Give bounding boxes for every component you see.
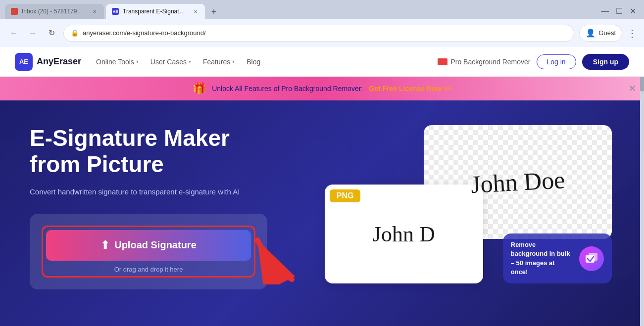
back-button[interactable]: ← xyxy=(7,26,21,40)
signature-original-card: PNG John D xyxy=(325,185,483,283)
login-button[interactable]: Log in xyxy=(537,54,576,69)
nav-features[interactable]: Features ▾ xyxy=(203,58,235,66)
signature-demo: John Doe PNG John D Remove background in… xyxy=(325,125,612,283)
tab-gmail-close[interactable]: ✕ xyxy=(91,8,98,15)
pro-icon xyxy=(438,58,447,65)
tab-anyeraser[interactable]: AE Transparent E-Signature Mak… ✕ xyxy=(106,4,205,19)
tab-anyeraser-close[interactable]: ✕ xyxy=(192,8,199,15)
hero-section: E-Signature Maker from Picture Convert h… xyxy=(0,100,644,326)
address-text: anyeraser.com/e-signature-no-background/ xyxy=(83,29,567,37)
address-bar[interactable]: 🔒 anyeraser.com/e-signature-no-backgroun… xyxy=(63,25,574,42)
logo-icon: AE xyxy=(15,53,33,71)
bulk-remove-text: Remove background in bulk – 50 images at… xyxy=(511,240,573,277)
nav-user-cases[interactable]: User Cases ▾ xyxy=(150,58,191,66)
signup-button[interactable]: Sign up xyxy=(582,54,629,70)
maximize-button[interactable]: ☐ xyxy=(616,6,623,16)
drag-drop-text: Or drag and drop it here xyxy=(46,266,251,273)
scrollbar[interactable] xyxy=(640,47,644,326)
profile-icon: 👤 xyxy=(586,28,595,38)
tab-gmail[interactable]: Inbox (20) - 578117992wtt@ ✕ xyxy=(5,4,104,19)
banner-cta-link[interactable]: Get Free License Now >> xyxy=(369,85,451,93)
gmail-favicon xyxy=(11,8,18,15)
hero-right: John Doe PNG John D Remove background in… xyxy=(322,125,615,283)
tab-anyeraser-title: Transparent E-Signature Mak… xyxy=(123,8,186,15)
svg-rect-0 xyxy=(438,61,447,64)
nav-blog[interactable]: Blog xyxy=(247,58,260,66)
hero-left: E-Signature Maker from Picture Convert h… xyxy=(30,125,322,289)
browser-menu-button[interactable]: ⋮ xyxy=(627,27,637,39)
nav-links: Online Tools ▾ User Cases ▾ Features ▾ B… xyxy=(96,58,423,66)
address-lock-icon: 🔒 xyxy=(71,29,79,37)
arrow-indicator xyxy=(243,230,302,286)
nav-right: Pro Background Remover Log in Sign up xyxy=(438,54,629,70)
hero-title: E-Signature Maker from Picture xyxy=(30,125,322,178)
promo-banner: 🎁 Unlock All Features of Pro Background … xyxy=(0,77,644,100)
gift-icon: 🎁 xyxy=(193,82,206,95)
refresh-button[interactable]: ↻ xyxy=(45,26,58,40)
pro-background-remover-link[interactable]: Pro Background Remover xyxy=(438,58,530,66)
chevron-down-icon: ▾ xyxy=(232,59,235,64)
png-badge: PNG xyxy=(330,189,361,202)
close-window-button[interactable]: ✕ xyxy=(630,6,636,16)
forward-button[interactable]: → xyxy=(26,26,40,40)
banner-text: Unlock All Features of Pro Background Re… xyxy=(212,85,363,93)
website-content: AE AnyEraser Online Tools ▾ User Cases ▾… xyxy=(0,47,644,326)
anyeraser-favicon: AE xyxy=(112,8,119,15)
logo[interactable]: AE AnyEraser xyxy=(15,53,81,71)
minimize-button[interactable]: — xyxy=(601,7,609,16)
profile-label: Guest xyxy=(598,29,616,37)
tab-gmail-title: Inbox (20) - 578117992wtt@ xyxy=(22,8,85,15)
pro-label: Pro Background Remover xyxy=(450,58,530,66)
upload-signature-button[interactable]: ⬆ Upload Signature xyxy=(46,230,251,261)
chevron-down-icon: ▾ xyxy=(189,59,191,64)
new-tab-button[interactable]: + xyxy=(207,5,221,19)
nav-online-tools[interactable]: Online Tools ▾ xyxy=(96,58,139,66)
signature-result-text: John Doe xyxy=(459,155,576,209)
signature-original-text: John D xyxy=(373,222,435,247)
upload-icon: ⬆ xyxy=(100,239,109,252)
chevron-down-icon: ▾ xyxy=(136,59,139,64)
svg-marker-1 xyxy=(440,59,444,61)
logo-text: AnyEraser xyxy=(37,56,81,67)
upload-drop-zone[interactable]: ⬆ Upload Signature Or drag and drop it h… xyxy=(42,226,255,278)
profile-button[interactable]: 👤 Guest xyxy=(579,25,622,42)
hero-subtitle: Convert handwritten signature to transpa… xyxy=(30,187,322,196)
banner-close-button[interactable]: ✕ xyxy=(629,83,636,94)
navbar: AE AnyEraser Online Tools ▾ User Cases ▾… xyxy=(0,47,644,77)
bulk-remove-card[interactable]: Remove background in bulk – 50 images at… xyxy=(503,233,612,283)
bulk-remove-icon xyxy=(579,246,604,271)
upload-container: ⬆ Upload Signature Or drag and drop it h… xyxy=(30,214,267,289)
